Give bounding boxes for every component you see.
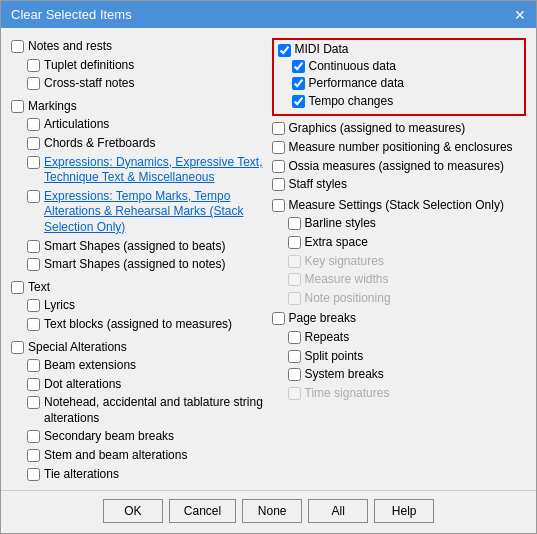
- key-sigs-checkbox: [288, 255, 301, 268]
- page-breaks-checkbox[interactable]: [272, 312, 285, 325]
- stem-beam-checkbox[interactable]: [27, 449, 40, 462]
- time-sigs-checkbox: [288, 387, 301, 400]
- lyrics-checkbox[interactable]: [27, 299, 40, 312]
- list-item: Continuous data: [278, 58, 521, 76]
- tie-alter-checkbox[interactable]: [27, 468, 40, 481]
- list-item: Staff styles: [272, 176, 527, 194]
- tuplet-checkbox[interactable]: [27, 59, 40, 72]
- barline-styles-label: Barline styles: [305, 216, 376, 232]
- articulations-label: Articulations: [44, 117, 109, 133]
- dialog-content: Notes and rests Tuplet definitions Cross…: [1, 28, 536, 490]
- cross-staff-label: Cross-staff notes: [44, 76, 134, 92]
- text-checkbox[interactable]: [11, 281, 24, 294]
- repeats-checkbox[interactable]: [288, 331, 301, 344]
- list-item: Extra space: [272, 234, 527, 252]
- list-item: Performance data: [278, 75, 521, 93]
- midi-data-checkbox[interactable]: [278, 44, 291, 57]
- system-breaks-label: System breaks: [305, 367, 384, 383]
- smart-shapes-beats-checkbox[interactable]: [27, 240, 40, 253]
- extra-space-checkbox[interactable]: [288, 236, 301, 249]
- text-label: Text: [28, 280, 50, 296]
- special-alter-label: Special Alterations: [28, 340, 127, 356]
- markings-label: Markings: [28, 99, 77, 115]
- beam-ext-checkbox[interactable]: [27, 359, 40, 372]
- special-alter-checkbox[interactable]: [11, 341, 24, 354]
- notehead-label: Notehead, accidental and tablature strin…: [44, 395, 266, 426]
- expr-tempo-checkbox[interactable]: [27, 190, 40, 203]
- list-item: Expressions: Dynamics, Expressive Text, …: [11, 154, 266, 187]
- none-button[interactable]: None: [242, 499, 302, 523]
- all-button[interactable]: All: [308, 499, 368, 523]
- ossia-label: Ossia measures (assigned to measures): [289, 159, 504, 175]
- list-item: Beam extensions: [11, 357, 266, 375]
- ok-button[interactable]: OK: [103, 499, 163, 523]
- cancel-button[interactable]: Cancel: [169, 499, 236, 523]
- list-item: Articulations: [11, 116, 266, 134]
- note-positioning-checkbox: [288, 292, 301, 305]
- list-item: Page breaks: [272, 310, 527, 328]
- extra-space-label: Extra space: [305, 235, 368, 251]
- list-item: Graphics (assigned to measures): [272, 120, 527, 138]
- sec-beam-checkbox[interactable]: [27, 430, 40, 443]
- smart-shapes-notes-label: Smart Shapes (assigned to notes): [44, 257, 225, 273]
- notes-rests-checkbox[interactable]: [11, 40, 24, 53]
- left-column: Notes and rests Tuplet definitions Cross…: [11, 38, 266, 484]
- beam-ext-label: Beam extensions: [44, 358, 136, 374]
- dialog-title: Clear Selected Items: [11, 7, 132, 22]
- measure-settings-checkbox[interactable]: [272, 199, 285, 212]
- list-item: Dot alterations: [11, 376, 266, 394]
- smart-shapes-notes-checkbox[interactable]: [27, 258, 40, 271]
- staff-styles-checkbox[interactable]: [272, 178, 285, 191]
- right-column: MIDI Data Continuous data Performance da…: [272, 38, 527, 484]
- markings-checkbox[interactable]: [11, 100, 24, 113]
- list-item: Text: [11, 279, 266, 297]
- ossia-checkbox[interactable]: [272, 160, 285, 173]
- list-item: Markings: [11, 98, 266, 116]
- continuous-data-label: Continuous data: [309, 59, 396, 75]
- chords-checkbox[interactable]: [27, 137, 40, 150]
- close-button[interactable]: ✕: [514, 8, 526, 22]
- text-blocks-label: Text blocks (assigned to measures): [44, 317, 232, 333]
- key-sigs-label: Key signatures: [305, 254, 384, 270]
- expr-dynamics-label: Expressions: Dynamics, Expressive Text, …: [44, 155, 266, 186]
- list-item: Chords & Fretboards: [11, 135, 266, 153]
- list-item: Smart Shapes (assigned to notes): [11, 256, 266, 274]
- stem-beam-label: Stem and beam alterations: [44, 448, 187, 464]
- smart-shapes-beats-label: Smart Shapes (assigned to beats): [44, 239, 225, 255]
- measure-widths-checkbox: [288, 273, 301, 286]
- list-item: Cross-staff notes: [11, 75, 266, 93]
- tempo-changes-label: Tempo changes: [309, 94, 394, 110]
- performance-data-checkbox[interactable]: [292, 77, 305, 90]
- cross-staff-checkbox[interactable]: [27, 77, 40, 90]
- measure-num-checkbox[interactable]: [272, 141, 285, 154]
- expr-dynamics-checkbox[interactable]: [27, 156, 40, 169]
- list-item: Barline styles: [272, 215, 527, 233]
- split-points-checkbox[interactable]: [288, 350, 301, 363]
- list-item: Stem and beam alterations: [11, 447, 266, 465]
- list-item: Measure Settings (Stack Selection Only): [272, 197, 527, 215]
- list-item: Smart Shapes (assigned to beats): [11, 238, 266, 256]
- list-item: Tempo changes: [278, 93, 521, 111]
- notehead-checkbox[interactable]: [27, 396, 40, 409]
- tempo-changes-checkbox[interactable]: [292, 95, 305, 108]
- list-item: Secondary beam breaks: [11, 428, 266, 446]
- continuous-data-checkbox[interactable]: [292, 60, 305, 73]
- text-blocks-checkbox[interactable]: [27, 318, 40, 331]
- list-item: Lyrics: [11, 297, 266, 315]
- chords-label: Chords & Fretboards: [44, 136, 155, 152]
- barline-styles-checkbox[interactable]: [288, 217, 301, 230]
- system-breaks-checkbox[interactable]: [288, 368, 301, 381]
- title-bar: Clear Selected Items ✕: [1, 1, 536, 28]
- list-item: Split points: [272, 348, 527, 366]
- graphics-checkbox[interactable]: [272, 122, 285, 135]
- list-item: Tuplet definitions: [11, 57, 266, 75]
- articulations-checkbox[interactable]: [27, 118, 40, 131]
- notes-rests-label: Notes and rests: [28, 39, 112, 55]
- list-item: Tie alterations: [11, 466, 266, 484]
- help-button[interactable]: Help: [374, 499, 434, 523]
- page-breaks-label: Page breaks: [289, 311, 356, 327]
- lyrics-label: Lyrics: [44, 298, 75, 314]
- measure-settings-label: Measure Settings (Stack Selection Only): [289, 198, 504, 214]
- dot-alter-checkbox[interactable]: [27, 378, 40, 391]
- dialog-footer: OK Cancel None All Help: [1, 490, 536, 533]
